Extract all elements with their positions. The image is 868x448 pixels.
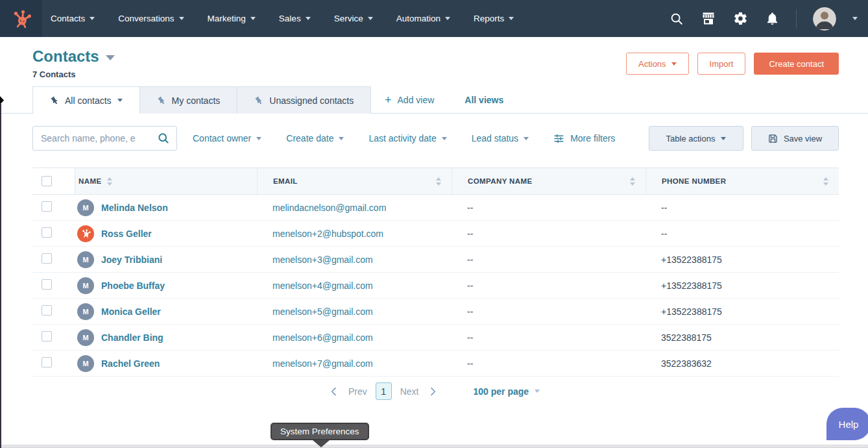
import-button[interactable]: Import — [697, 53, 746, 75]
contact-email-link[interactable]: menelson+7@gmail.com — [272, 358, 373, 369]
sort-icon[interactable] — [436, 177, 441, 186]
phone-cell: -- — [645, 229, 839, 239]
nav-item-service[interactable]: Service — [334, 14, 373, 23]
column-header-email[interactable]: EMAIL — [257, 168, 452, 194]
nav-item-conversations[interactable]: Conversations — [118, 14, 184, 23]
next-button[interactable]: Next — [400, 386, 419, 397]
tab-my-contacts[interactable]: My contacts — [140, 86, 238, 114]
table-row: MChandler Bing menelson+6@gmail.com -- 3… — [32, 325, 839, 351]
sort-icon[interactable] — [823, 177, 828, 186]
create-date-filter[interactable]: Create date — [286, 133, 344, 143]
prev-chevron-icon[interactable] — [328, 386, 340, 397]
save-view-button[interactable]: Save view — [751, 126, 839, 151]
prev-button[interactable]: Prev — [348, 386, 367, 397]
phone-cell: +13522388175 — [645, 255, 839, 265]
tab-unassigned-contacts[interactable]: Unassigned contacts — [237, 86, 371, 114]
chevron-down-icon — [339, 137, 344, 140]
filter-dropdowns: Contact owner Create date Last activity … — [193, 126, 615, 151]
help-button[interactable]: Help — [826, 408, 868, 440]
row-checkbox[interactable] — [42, 357, 52, 367]
more-filters-button[interactable]: More filters — [553, 133, 615, 144]
sliders-icon — [553, 133, 564, 144]
view-tabs: All contacts My contacts Unassigned cont… — [32, 86, 371, 114]
search-icon[interactable] — [669, 11, 684, 27]
account-chevron-down-icon[interactable] — [852, 17, 858, 20]
marketplace-icon[interactable] — [701, 11, 716, 27]
table-actions-button[interactable]: Table actions — [649, 126, 743, 151]
hubspot-logo[interactable] — [0, 0, 42, 37]
row-checkbox[interactable] — [42, 227, 52, 238]
last-activity-date-filter[interactable]: Last activity date — [368, 133, 446, 143]
actions-button[interactable]: Actions — [626, 53, 689, 75]
table-row: MJoey Tribbiani menelson+3@gmail.com -- … — [32, 247, 839, 273]
contact-name-link[interactable]: Melinda Nelson — [101, 203, 168, 213]
row-checkbox[interactable] — [42, 305, 52, 316]
contact-email-link[interactable]: menelson+5@gmail.com — [272, 306, 373, 317]
contact-email-link[interactable]: menelson+4@gmail.com — [272, 280, 373, 291]
company-cell: -- — [452, 203, 645, 213]
column-header-company[interactable]: COMPANY NAME — [452, 168, 645, 194]
settings-gear-icon[interactable] — [732, 11, 748, 27]
contact-email-link[interactable]: menelson+3@gmail.com — [272, 255, 373, 265]
all-views-link[interactable]: All views — [464, 95, 503, 105]
phone-cell: -- — [645, 203, 839, 213]
table-row: MMelinda Nelson melindacnelson@gmail.com… — [32, 195, 839, 221]
chevron-down-icon — [306, 17, 311, 20]
company-cell: -- — [452, 358, 645, 369]
chevron-down-icon — [179, 17, 184, 20]
sort-icon[interactable] — [107, 177, 112, 186]
phone-cell: 3522383632 — [645, 358, 839, 369]
contact-name-link[interactable]: Joey Tribbiani — [101, 255, 162, 265]
search-icon[interactable] — [157, 132, 170, 145]
search-input[interactable] — [41, 133, 157, 143]
contact-name-link[interactable]: Rachel Green — [101, 358, 160, 369]
chevron-down-icon — [256, 137, 261, 140]
nav-item-automation[interactable]: Automation — [396, 14, 450, 23]
pin-icon — [48, 94, 60, 106]
lead-status-filter[interactable]: Lead status — [472, 133, 529, 143]
contact-name-link[interactable]: Monica Geller — [101, 306, 161, 317]
tab-all-contacts[interactable]: All contacts — [32, 86, 140, 114]
chevron-down-icon — [368, 17, 373, 20]
company-cell: -- — [452, 280, 645, 291]
column-header-phone[interactable]: PHONE NUMBER — [645, 168, 839, 194]
add-view-button[interactable]: + Add view — [385, 94, 434, 106]
contact-email-link[interactable]: menelson+6@gmail.com — [272, 332, 373, 343]
save-icon — [768, 134, 778, 143]
contact-email-link[interactable]: melindacnelson@gmail.com — [272, 203, 386, 213]
contact-count: 7 Contacts — [32, 69, 115, 79]
column-header-name[interactable]: NAME — [75, 168, 257, 194]
page-header: Contacts 7 Contacts — [32, 47, 115, 79]
chevron-down-icon — [535, 390, 540, 393]
contact-email-link[interactable]: menelson+2@hubspot.com — [272, 229, 383, 239]
chevron-down-icon — [117, 99, 123, 102]
select-all-checkbox[interactable] — [42, 176, 52, 186]
hubspot-sprocket-icon — [81, 229, 91, 238]
row-checkbox[interactable] — [42, 331, 52, 342]
table-header: NAME EMAIL COMPANY NAME PHONE NUMBER — [32, 168, 839, 195]
contact-name-link[interactable]: Ross Geller — [101, 229, 152, 239]
contact-owner-filter[interactable]: Contact owner — [193, 133, 261, 143]
table-row: MRachel Green menelson+7@gmail.com -- 35… — [32, 351, 839, 377]
nav-item-marketing[interactable]: Marketing — [208, 14, 256, 23]
contact-name-link[interactable]: Chandler Bing — [101, 332, 163, 343]
nav-item-reports[interactable]: Reports — [474, 14, 514, 23]
row-checkbox[interactable] — [42, 253, 52, 264]
chevron-down-icon — [250, 17, 256, 20]
notifications-bell-icon[interactable] — [764, 11, 780, 27]
next-chevron-icon[interactable] — [427, 386, 439, 397]
avatar: M — [77, 277, 94, 294]
chevron-down-icon — [442, 137, 447, 140]
row-checkbox[interactable] — [42, 201, 52, 212]
user-avatar[interactable] — [813, 7, 836, 31]
contact-name-link[interactable]: Phoebe Buffay — [101, 280, 165, 291]
nav-item-contacts[interactable]: Contacts — [51, 14, 95, 23]
sort-icon[interactable] — [630, 177, 635, 186]
create-contact-button[interactable]: Create contact — [754, 53, 839, 75]
nav-item-sales[interactable]: Sales — [279, 14, 311, 23]
page-title-dropdown[interactable]: Contacts — [32, 47, 115, 66]
row-checkbox[interactable] — [42, 279, 52, 290]
per-page-dropdown[interactable]: 100 per page — [473, 386, 540, 397]
current-page-button[interactable]: 1 — [376, 382, 392, 400]
pin-icon — [155, 94, 167, 106]
